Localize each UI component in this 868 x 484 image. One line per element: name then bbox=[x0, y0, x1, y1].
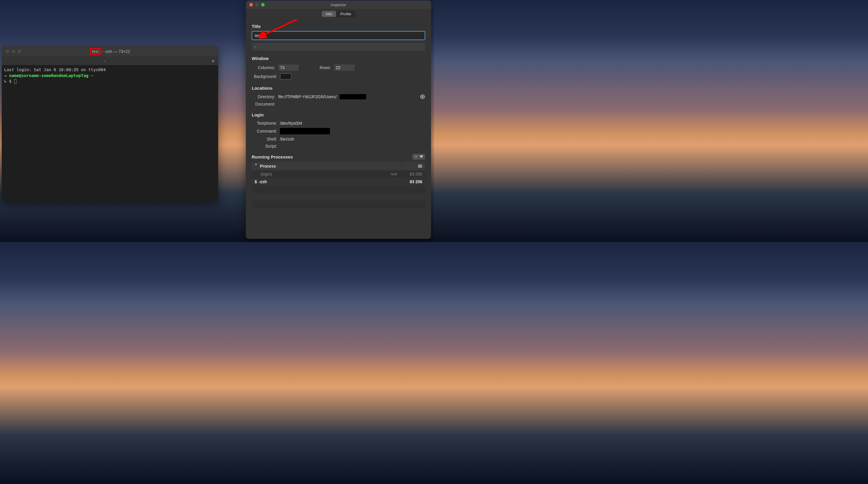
prompt-arrow-icon: → bbox=[4, 73, 9, 78]
inspector-content: Title ~ Window Columns: Rows: Background… bbox=[246, 20, 431, 239]
inspector-traffic-lights bbox=[246, 3, 265, 6]
tab-switcher: Info Profile bbox=[321, 10, 356, 17]
script-label: Script: bbox=[252, 144, 277, 149]
terminal-last-login: Last login: Sat Jan 6 16:00:35 on ttys00… bbox=[4, 67, 216, 73]
command-label: Command: bbox=[252, 129, 277, 133]
table-row bbox=[252, 185, 425, 193]
table-row bbox=[252, 193, 425, 201]
rows-label: Rows: bbox=[316, 65, 331, 70]
table-row[interactable]: (login) root 83 255 bbox=[252, 170, 425, 178]
process-table: • Process ID (login) root 83 255 $ -zsh … bbox=[252, 162, 425, 209]
textphone-row: Textphone: /dev/ttys004 bbox=[252, 120, 425, 127]
col-id[interactable]: ID bbox=[402, 162, 425, 170]
terminal-traffic-lights bbox=[2, 50, 21, 53]
command-row: Command: bbox=[252, 127, 425, 135]
rows-input[interactable] bbox=[334, 64, 354, 71]
chevron-down-icon bbox=[419, 155, 424, 159]
process-name: (login) bbox=[260, 172, 272, 176]
svg-point-1 bbox=[415, 156, 417, 157]
terminal-input-line: ↳ $ bbox=[4, 79, 216, 84]
redacted-directory bbox=[340, 94, 366, 99]
redacted-command bbox=[280, 128, 330, 134]
close-icon[interactable] bbox=[6, 50, 9, 53]
columns-label: Columns: bbox=[252, 65, 275, 70]
maximize-icon[interactable] bbox=[261, 3, 265, 6]
terminal-tabbar: ~ + bbox=[2, 57, 218, 65]
locations-section-label: Locations bbox=[252, 86, 425, 91]
inspector-window: Inspector Info Profile Title ~ Window Co… bbox=[246, 1, 431, 239]
terminal-window: test - -zsh — 73×22 ~ + Last login: Sat … bbox=[2, 46, 218, 202]
inspector-titlebar[interactable]: Inspector bbox=[246, 1, 431, 9]
minimize-icon[interactable] bbox=[255, 3, 259, 6]
close-icon[interactable] bbox=[249, 3, 253, 6]
minimize-icon[interactable] bbox=[12, 50, 15, 53]
processes-action-menu[interactable] bbox=[412, 154, 425, 160]
title-secondary: ~ bbox=[252, 43, 425, 51]
terminal-titlebar[interactable]: test - -zsh — 73×22 bbox=[2, 46, 218, 57]
terminal-prompt-user: name@surname-someRandomLaptopTag bbox=[9, 73, 89, 78]
shell-row: Shell: /bin/zsh bbox=[252, 135, 425, 143]
process-name: -zsh bbox=[259, 179, 267, 184]
reveal-icon bbox=[420, 94, 425, 99]
directory-label: Directory: bbox=[252, 94, 275, 99]
textphone-value: /dev/ttys004 bbox=[280, 121, 302, 126]
terminal-title-rest: - -zsh — 73×22 bbox=[102, 49, 130, 54]
process-owner: root bbox=[391, 172, 397, 176]
document-label: Document: bbox=[252, 102, 275, 107]
processes-section-label: Running Processes bbox=[252, 154, 293, 159]
textphone-label: Textphone: bbox=[252, 121, 277, 126]
directory-value: file://TPMBP-YMJJF2GR/Users/ bbox=[278, 94, 337, 99]
svg-point-0 bbox=[422, 96, 424, 98]
process-id: 83 256 bbox=[399, 179, 422, 184]
tab-profile[interactable]: Profile bbox=[336, 11, 355, 17]
inspector-tabs: Info Profile bbox=[246, 9, 431, 20]
tab-info[interactable]: Info bbox=[322, 11, 336, 17]
terminal-prompt-symbol: $ bbox=[9, 79, 11, 84]
terminal-prompt-line: → name@surname-someRandomLaptopTag ~ bbox=[4, 73, 216, 79]
terminal-tab[interactable]: ~ bbox=[2, 59, 208, 63]
add-tab-button[interactable]: + bbox=[208, 57, 218, 65]
background-label: Background: bbox=[252, 74, 277, 79]
bullet-icon: • bbox=[255, 162, 257, 167]
gear-icon bbox=[414, 155, 418, 159]
terminal-title-highlighted: test bbox=[90, 48, 101, 55]
background-row: Background: bbox=[252, 72, 425, 81]
shell-label: Shell: bbox=[252, 137, 277, 142]
terminal-prompt-path: ~ bbox=[91, 73, 93, 78]
background-color-well[interactable] bbox=[280, 73, 292, 80]
inspector-title: Inspector bbox=[246, 3, 431, 7]
shell-value: /bin/zsh bbox=[280, 137, 294, 142]
processes-header: Running Processes bbox=[252, 154, 425, 160]
window-dimensions-row: Columns: Rows: bbox=[252, 63, 425, 72]
terminal-body[interactable]: Last login: Sat Jan 6 16:00:35 on ttys00… bbox=[2, 65, 218, 202]
prompt-arrow-icon: ↳ bbox=[4, 79, 9, 84]
columns-input[interactable] bbox=[278, 64, 299, 71]
table-row bbox=[252, 201, 425, 209]
col-process[interactable]: Process bbox=[252, 162, 402, 170]
title-section-label: Title bbox=[252, 24, 425, 29]
process-prefix: $ bbox=[255, 179, 257, 184]
directory-row: Directory: file://TPMBP-YMJJF2GR/Users/ bbox=[252, 93, 425, 100]
window-section-label: Window bbox=[252, 56, 425, 61]
script-row: Script: bbox=[252, 143, 425, 150]
login-section-label: Login bbox=[252, 112, 425, 117]
reveal-in-finder-button[interactable] bbox=[420, 94, 425, 99]
terminal-title: test - -zsh — 73×22 bbox=[2, 48, 218, 55]
process-id: 83 255 bbox=[399, 172, 422, 176]
cursor-icon bbox=[14, 79, 17, 84]
table-row[interactable]: $ -zsh 83 256 bbox=[252, 178, 425, 185]
document-row: Document: bbox=[252, 100, 425, 108]
table-header: • Process ID bbox=[252, 162, 425, 170]
title-input[interactable] bbox=[252, 31, 425, 40]
maximize-icon[interactable] bbox=[18, 50, 21, 53]
